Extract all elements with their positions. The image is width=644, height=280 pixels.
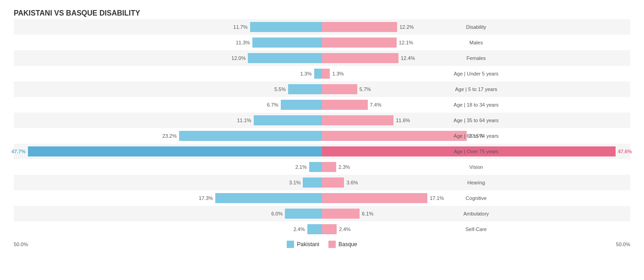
- pink-bar: [322, 115, 393, 125]
- right-value: 12.2%: [397, 24, 414, 30]
- left-value: 11.1%: [237, 118, 253, 123]
- chart-row: 11.7% Disability 12.2%: [14, 19, 630, 35]
- blue-bar: [314, 69, 322, 79]
- blue-bar: [254, 115, 322, 125]
- right-value: 11.6%: [393, 118, 410, 123]
- chart-row: 11.3% Males 12.1%: [14, 35, 630, 50]
- left-value: 2.1%: [295, 164, 309, 170]
- pink-bar: [322, 53, 398, 63]
- blue-bar: [285, 209, 322, 219]
- right-value: 2.4%: [337, 226, 350, 232]
- chart-row: 2.4% Self-Care 2.4%: [14, 221, 630, 237]
- row-left: 6.0%: [14, 206, 322, 221]
- chart-row: 12.0% Females 12.4%: [14, 50, 630, 66]
- chart-row: 5.5% Age | 5 to 17 years 5.7%: [14, 81, 630, 97]
- blue-bar: [28, 146, 322, 156]
- left-value: 6.0%: [271, 211, 285, 216]
- chart-row: 11.1% Age | 35 to 64 years 11.6%: [14, 113, 630, 128]
- row-right: Age | 35 to 64 years 11.6%: [322, 113, 630, 128]
- center-label: Vision: [469, 164, 483, 170]
- row-left: 6.7%: [14, 97, 322, 113]
- row-right: Females 12.4%: [322, 50, 630, 66]
- row-right: Disability 12.2%: [322, 19, 630, 35]
- center-label: Age | 18 to 34 years: [453, 102, 498, 108]
- legend-pakistani: Pakistani: [287, 241, 319, 248]
- pink-bar: [322, 131, 467, 141]
- legend-basque-box: [328, 241, 336, 248]
- pink-bar: [322, 178, 344, 188]
- right-value: 6.1%: [360, 211, 373, 216]
- pink-bar: [322, 209, 360, 219]
- right-value: 2.3%: [336, 164, 350, 170]
- pink-bar: [322, 162, 336, 172]
- axis-right: 50.0%: [616, 242, 630, 247]
- legend: Pakistani Basque: [287, 241, 357, 248]
- pink-bar: [322, 38, 397, 48]
- chart-row: 2.1% Vision 2.3%: [14, 159, 630, 175]
- left-value: 11.7%: [233, 24, 250, 30]
- row-right: Age | 5 to 17 years 5.7%: [322, 81, 630, 97]
- center-label: Age | Over 75 years: [454, 149, 499, 154]
- row-right: Age | Over 75 years 47.6%: [322, 144, 630, 159]
- left-value: 47.7%: [11, 149, 28, 154]
- blue-bar: [307, 224, 322, 234]
- chart-row: 1.3% Age | Under 5 years 1.3%: [14, 66, 630, 81]
- chart-row: 6.7% Age | 18 to 34 years 7.4%: [14, 97, 630, 113]
- chart-title: PAKISTANI VS BASQUE DISABILITY: [14, 9, 630, 17]
- pink-bar: [322, 69, 330, 79]
- center-label: Disability: [466, 24, 486, 30]
- right-value: 1.3%: [330, 71, 344, 76]
- row-left: 12.0%: [14, 50, 322, 66]
- left-value: 1.3%: [300, 71, 314, 76]
- pink-bar: [322, 100, 368, 110]
- row-left: 11.1%: [14, 113, 322, 128]
- left-value: 5.5%: [274, 86, 288, 92]
- center-label: Age | 5 to 17 years: [455, 86, 497, 92]
- blue-bar: [281, 100, 322, 110]
- pink-bar: [322, 22, 397, 32]
- row-right: Ambulatory 6.1%: [322, 206, 630, 221]
- center-label: Hearing: [467, 180, 485, 185]
- center-label: Age | Under 5 years: [454, 71, 499, 76]
- row-left: 47.7%: [14, 144, 322, 159]
- row-right: Age | Under 5 years 1.3%: [322, 66, 630, 81]
- legend-basque-label: Basque: [338, 241, 357, 248]
- center-label: Ambulatory: [464, 211, 489, 216]
- legend-pakistani-label: Pakistani: [297, 241, 319, 248]
- row-left: 2.1%: [14, 159, 322, 175]
- row-right: Males 12.1%: [322, 35, 630, 50]
- chart-row: 23.2% Age | 65 to 74 years 23.5%: [14, 128, 630, 144]
- center-label: Cognitive: [466, 195, 487, 201]
- left-value: 12.0%: [231, 55, 248, 61]
- pink-bar: [322, 224, 337, 234]
- chart-row: 3.1% Hearing 3.6%: [14, 175, 630, 190]
- row-left: 23.2%: [14, 128, 322, 144]
- row-left: 2.4%: [14, 221, 322, 237]
- axis-left: 50.0%: [14, 242, 28, 247]
- left-value: 17.3%: [199, 195, 215, 201]
- left-value: 11.3%: [236, 40, 252, 45]
- row-left: 1.3%: [14, 66, 322, 81]
- right-value: 3.6%: [344, 180, 358, 185]
- center-label: Males: [469, 40, 483, 45]
- rows-wrapper: 11.7% Disability 12.2% 11.3% Males 12.1%: [14, 19, 630, 237]
- blue-bar: [250, 22, 322, 32]
- blue-bar: [248, 53, 322, 63]
- center-label: Females: [466, 55, 486, 61]
- row-left: 11.3%: [14, 35, 322, 50]
- row-right: Hearing 3.6%: [322, 175, 630, 190]
- chart-footer: 50.0% Pakistani Basque 50.0%: [14, 241, 630, 248]
- left-value: 23.2%: [163, 133, 179, 139]
- pink-bar: [322, 193, 427, 203]
- legend-basque: Basque: [328, 241, 357, 248]
- blue-bar: [179, 131, 322, 141]
- row-left: 17.3%: [14, 190, 322, 206]
- row-left: 11.7%: [14, 19, 322, 35]
- blue-bar: [215, 193, 322, 203]
- right-value: 12.1%: [397, 40, 413, 45]
- row-right: Vision 2.3%: [322, 159, 630, 175]
- row-right: Age | 65 to 74 years 23.5%: [322, 128, 630, 144]
- blue-bar: [303, 178, 322, 188]
- blue-bar: [309, 162, 322, 172]
- row-left: 5.5%: [14, 81, 322, 97]
